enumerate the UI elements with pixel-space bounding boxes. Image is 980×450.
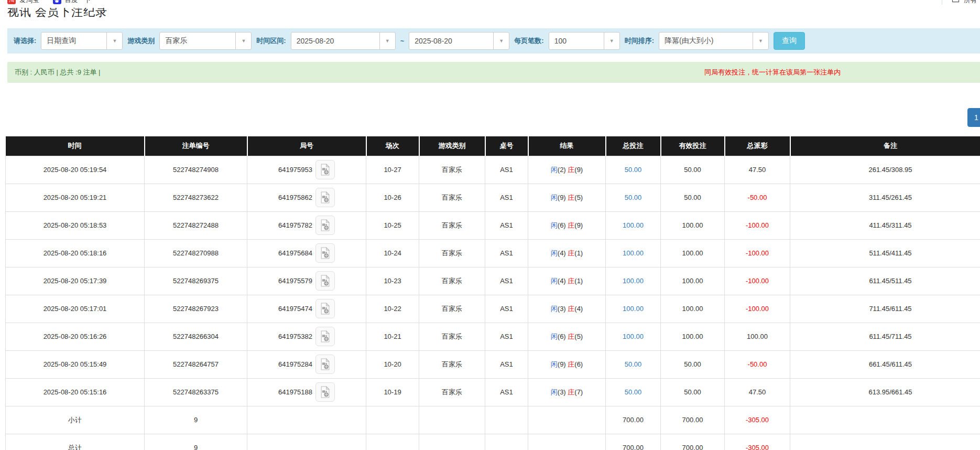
total-count: 9 [145, 434, 247, 450]
total-bet-link[interactable]: 100.00 [623, 305, 644, 313]
header-time: 时间 [6, 136, 145, 156]
cell-session: 10-25 [366, 211, 419, 239]
total-row: 总计 9 700.00 700.00 -305.00 [6, 434, 980, 450]
bookmark-label: 百度一下 [65, 0, 91, 5]
video-replay-button[interactable] [315, 271, 335, 291]
cell-game-type: 百家乐 [419, 350, 485, 378]
search-button[interactable]: 查询 [774, 32, 805, 50]
cell-round-no: 641975474 [247, 295, 366, 323]
cell-bet-no: 522748264757 [145, 350, 247, 378]
bookmark-taobao[interactable]: 淘 爱淘宝 [7, 0, 39, 5]
taobao-icon: 淘 [7, 0, 16, 4]
cell-result: 闲(4) 庄(1) [528, 239, 606, 267]
cell-game-type: 百家乐 [419, 323, 485, 350]
cell-game-type: 百家乐 [419, 156, 485, 184]
video-replay-button[interactable] [315, 382, 335, 402]
sort-select[interactable]: 降冪(由大到小) ▼ [659, 32, 769, 50]
cell-time: 2025-08-20 05:16:26 [6, 323, 145, 350]
header-valid-bet: 有效投注 [661, 136, 725, 156]
page-size-label: 每页笔数: [514, 36, 543, 46]
cell-total-bet: 100.00 [606, 295, 661, 323]
table-row: 2025-08-20 05:19:54 522748274908 6419759… [6, 156, 980, 184]
round-no: 641975474 [278, 305, 312, 313]
cell-remark: 611.45/711.45 [790, 323, 980, 350]
cell-table-no: AS1 [485, 323, 528, 350]
cell-payout: 100.00 [725, 323, 790, 350]
bets-table: 时间 注单编号 局号 场次 游戏类别 桌号 结果 总投注 有效投注 总派彩 备注… [5, 136, 980, 450]
cell-valid-bet: 50.00 [661, 156, 725, 184]
cell-result: 闲(6) 庄(9) [528, 211, 606, 239]
cell-round-no: 641975284 [247, 350, 366, 378]
total-bet-link[interactable]: 50.00 [625, 194, 642, 201]
query-type-label: 请选择: [14, 36, 36, 46]
total-bet-link[interactable]: 50.00 [625, 388, 642, 396]
total-bet-link[interactable]: 100.00 [623, 277, 644, 285]
total-valid-bet: 700.00 [661, 434, 725, 450]
cell-table-no: AS1 [485, 211, 528, 239]
video-file-icon [319, 275, 331, 287]
video-file-icon [319, 330, 331, 342]
cell-payout: -100.00 [725, 267, 790, 295]
total-bet-link[interactable]: 100.00 [623, 249, 644, 257]
cell-bet-no: 522748272488 [145, 211, 247, 239]
subtotal-count: 9 [145, 406, 247, 434]
cell-bet-no: 522748267923 [145, 295, 247, 323]
cell-payout: 47.50 [725, 378, 790, 406]
cell-session: 10-20 [366, 350, 419, 378]
video-replay-button[interactable] [315, 160, 335, 179]
date-from-input[interactable]: 2025-08-20 ▼ [291, 32, 396, 50]
bookmark-baidu[interactable]: 百度一下 [53, 0, 91, 5]
header-session: 场次 [366, 136, 419, 156]
cell-total-bet: 50.00 [606, 184, 661, 211]
video-replay-button[interactable] [315, 355, 335, 374]
cell-result: 闲(3) 庄(4) [528, 295, 606, 323]
total-bet-link[interactable]: 100.00 [623, 221, 644, 229]
table-row: 2025-08-20 05:18:53 522748272488 6419757… [6, 211, 980, 239]
cell-table-no: AS1 [485, 378, 528, 406]
cell-round-no: 641975188 [247, 378, 366, 406]
cell-result: 闲(9) 庄(5) [528, 184, 606, 211]
currency-total-text: 币别 : 人民币 | 总共 :9 注单 | [15, 68, 101, 77]
bookmark-label: 爱淘宝 [19, 0, 39, 5]
video-replay-button[interactable] [315, 243, 335, 263]
cell-bet-no: 522748263375 [145, 378, 247, 406]
pagination-page-1[interactable]: 1 [967, 108, 980, 127]
divider [942, 0, 942, 5]
range-separator: ~ [400, 37, 405, 45]
total-bet-link[interactable]: 50.00 [625, 360, 642, 368]
cell-bet-no: 522748270988 [145, 239, 247, 267]
header-total-bet: 总投注 [606, 136, 661, 156]
cell-session: 10-22 [366, 295, 419, 323]
all-bookmarks[interactable]: 所有 [942, 0, 977, 5]
video-file-icon [319, 386, 331, 398]
video-replay-button[interactable] [315, 327, 335, 346]
video-replay-button[interactable] [315, 299, 335, 318]
cell-time: 2025-08-20 05:18:53 [6, 211, 145, 239]
video-file-icon [319, 219, 331, 231]
header-game-type: 游戏类别 [419, 136, 485, 156]
subtotal-total-bet: 700.00 [606, 406, 661, 434]
query-type-select[interactable]: 日期查询 ▼ [41, 32, 123, 50]
video-replay-button[interactable] [315, 188, 335, 207]
total-bet-link[interactable]: 100.00 [623, 333, 644, 340]
browser-bookmarks-bar: 淘 爱淘宝 百度一下 所有 [0, 0, 980, 7]
cell-remark: 711.45/611.45 [790, 295, 980, 323]
cell-round-no: 641975579 [247, 267, 366, 295]
cell-result: 闲(3) 庄(7) [528, 378, 606, 406]
round-no: 641975284 [278, 360, 312, 368]
page-size-select[interactable]: 100 ▼ [549, 32, 620, 50]
cell-table-no: AS1 [485, 184, 528, 211]
cell-session: 10-26 [366, 184, 419, 211]
video-replay-button[interactable] [315, 216, 335, 235]
cell-valid-bet: 50.00 [661, 378, 725, 406]
cell-session: 10-21 [366, 323, 419, 350]
table-row: 2025-08-20 05:17:01 522748267923 6419754… [6, 295, 980, 323]
game-type-select[interactable]: 百家乐 ▼ [159, 32, 252, 50]
cell-payout: 47.50 [725, 156, 790, 184]
cell-table-no: AS1 [485, 267, 528, 295]
total-bet-link[interactable]: 50.00 [625, 166, 642, 174]
date-to-input[interactable]: 2025-08-20 ▼ [409, 32, 509, 50]
subtotal-payout: -305.00 [725, 406, 790, 434]
cell-table-no: AS1 [485, 156, 528, 184]
cell-session: 10-27 [366, 156, 419, 184]
